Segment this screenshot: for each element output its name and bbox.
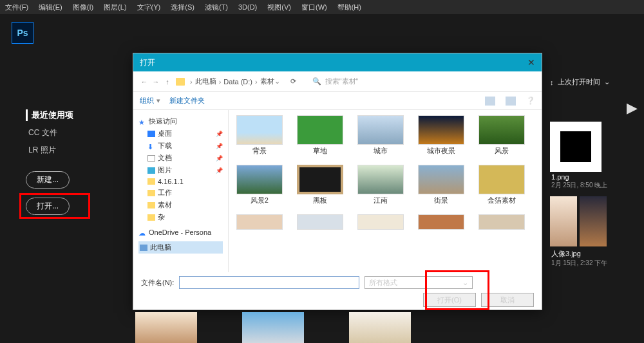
menu-image[interactable]: 图像(I) bbox=[73, 3, 93, 12]
menu-layer[interactable]: 图层(L) bbox=[104, 3, 126, 12]
recent-name: 1.png bbox=[551, 173, 640, 181]
file-item[interactable] bbox=[478, 214, 525, 230]
sidebar-lr-photos[interactable]: LR 照片 bbox=[28, 145, 100, 156]
file-item[interactable] bbox=[357, 214, 404, 230]
tree-onedrive[interactable]: ☁OneDrive - Persona bbox=[138, 228, 223, 236]
nav-back-icon[interactable]: ← bbox=[138, 78, 150, 86]
dialog-toolbar: 组织 ▾ 新建文件夹 ❔ bbox=[133, 92, 542, 110]
tree-downloads[interactable]: ⬇下载📌 bbox=[147, 141, 223, 151]
tree-folder[interactable]: 4.16.1.1 bbox=[147, 178, 223, 185]
ps-logo-icon: Ps bbox=[12, 22, 33, 44]
recent-thumb[interactable] bbox=[550, 196, 577, 246]
tree-documents[interactable]: 文档📌 bbox=[147, 153, 223, 163]
file-item[interactable]: 背景 bbox=[236, 115, 283, 156]
nav-forward-icon[interactable]: → bbox=[150, 78, 162, 86]
menu-select[interactable]: 选择(S) bbox=[171, 3, 194, 12]
close-icon[interactable]: ✕ bbox=[527, 57, 535, 68]
picture-icon bbox=[147, 167, 155, 174]
star-shape-icon bbox=[560, 131, 591, 162]
menu-edit[interactable]: 编辑(E) bbox=[39, 3, 62, 12]
recent-bottom-row bbox=[135, 312, 411, 343]
new-button[interactable]: 新建... bbox=[26, 171, 70, 189]
annotation-highlight-filetype bbox=[425, 270, 489, 310]
file-item[interactable]: 风景2 bbox=[236, 165, 283, 205]
toolbar-newfolder[interactable]: 新建文件夹 bbox=[169, 96, 205, 106]
menu-type[interactable]: 文字(Y) bbox=[137, 3, 161, 12]
sidebar-cc-files[interactable]: CC 文件 bbox=[28, 127, 100, 138]
tree-quickaccess[interactable]: ★快速访问 bbox=[138, 116, 223, 126]
folder-icon bbox=[147, 202, 155, 209]
breadcrumb-sep: › bbox=[190, 78, 193, 86]
file-item[interactable]: 黑板 bbox=[297, 165, 343, 205]
dialog-title: 打开 bbox=[140, 57, 155, 68]
recent-thumb[interactable] bbox=[550, 122, 601, 172]
view-mode-icon[interactable] bbox=[485, 97, 495, 106]
tree-thispc[interactable]: 此电脑 bbox=[138, 241, 223, 254]
recent-thumb[interactable] bbox=[242, 312, 304, 343]
tree-folder[interactable]: 素材 bbox=[147, 200, 223, 210]
cloud-icon: ☁ bbox=[138, 229, 146, 236]
search-placeholder: 搜索"素材" bbox=[325, 77, 359, 86]
annotation-highlight-open bbox=[19, 193, 90, 219]
folder-icon bbox=[176, 78, 185, 86]
tree-desktop[interactable]: 桌面📌 bbox=[147, 129, 223, 138]
folder-icon bbox=[147, 190, 155, 196]
menu-window[interactable]: 窗口(W) bbox=[301, 3, 327, 12]
help-icon[interactable]: ❔ bbox=[526, 97, 535, 106]
recent-date: 1月 15日, 2:32 下午 bbox=[551, 259, 640, 268]
menu-help[interactable]: 帮助(H) bbox=[337, 3, 361, 12]
pin-icon: 📌 bbox=[216, 131, 223, 137]
search-icon: 🔍 bbox=[312, 77, 321, 86]
download-icon: ⬇ bbox=[147, 143, 155, 149]
breadcrumb-dropdown-icon[interactable]: ⌄ bbox=[274, 77, 280, 86]
filename-label: 文件名(N): bbox=[141, 278, 174, 288]
star-icon: ★ bbox=[138, 118, 146, 125]
recent-thumb[interactable] bbox=[580, 196, 607, 246]
preview-pane-icon[interactable] bbox=[506, 97, 516, 106]
file-item[interactable]: 城市 bbox=[357, 115, 404, 156]
file-item[interactable]: 风景 bbox=[478, 115, 525, 156]
sort-icon: ↕ bbox=[550, 79, 554, 86]
document-icon bbox=[147, 155, 155, 162]
breadcrumb-drive[interactable]: Data (D:) bbox=[223, 78, 252, 86]
dialog-nav: ← → ↑ › 此电脑 › Data (D:) › 素材 ⌄ ⟳ 🔍 搜索"素材… bbox=[133, 71, 542, 92]
chevron-down-icon: ⌄ bbox=[604, 78, 610, 86]
file-item[interactable]: 草地 bbox=[297, 115, 343, 156]
folder-icon bbox=[147, 214, 155, 221]
menu-file[interactable]: 文件(F) bbox=[5, 3, 28, 12]
recent-name: 人像3.jpg bbox=[551, 249, 640, 259]
menu-filter[interactable]: 滤镜(T) bbox=[205, 3, 228, 12]
recent-thumb[interactable] bbox=[135, 312, 197, 343]
pc-icon bbox=[140, 245, 147, 251]
file-item[interactable]: 街景 bbox=[418, 165, 464, 205]
refresh-icon[interactable]: ⟳ bbox=[284, 77, 303, 86]
sort-dropdown[interactable]: ↕ 上次打开时间 ⌄ bbox=[547, 77, 644, 87]
recent-thumb[interactable] bbox=[349, 312, 411, 343]
breadcrumb-folder[interactable]: 素材 bbox=[260, 77, 274, 86]
nav-tree: ★快速访问 桌面📌 ⬇下载📌 文档📌 图片📌 4.16.1.1 工作 素材 杂 … bbox=[133, 110, 229, 272]
file-item[interactable] bbox=[236, 214, 283, 230]
recent-panel: ↕ 上次打开时间 ⌄ ▶ 1.png 2月 25日, 8:50 晚上 人像3.j… bbox=[547, 77, 644, 274]
file-item[interactable] bbox=[297, 214, 343, 230]
logo-area: Ps bbox=[0, 14, 644, 51]
file-item[interactable]: 江南 bbox=[357, 165, 404, 205]
search-input[interactable]: 🔍 搜索"素材" bbox=[312, 77, 536, 86]
file-item[interactable]: 金箔素材 bbox=[478, 165, 525, 205]
tree-pictures[interactable]: 图片📌 bbox=[147, 165, 223, 175]
menu-3d[interactable]: 3D(D) bbox=[238, 3, 257, 11]
desktop-icon bbox=[147, 131, 155, 137]
file-grid: 背景 草地 城市 城市夜景 风景 风景2 黑板 江南 街景 金箔素材 bbox=[229, 110, 542, 272]
filename-input[interactable] bbox=[179, 276, 359, 289]
sidebar-recent-heading: 最近使用项 bbox=[26, 109, 103, 121]
tree-folder[interactable]: 杂 bbox=[147, 212, 223, 222]
menubar: 文件(F) 编辑(E) 图像(I) 图层(L) 文字(Y) 选择(S) 滤镜(T… bbox=[0, 0, 644, 14]
file-item[interactable] bbox=[418, 214, 464, 230]
toolbar-organize[interactable]: 组织 bbox=[140, 96, 154, 106]
menu-view[interactable]: 视图(V) bbox=[267, 3, 291, 12]
file-item[interactable]: 城市夜景 bbox=[418, 115, 464, 156]
tree-folder[interactable]: 工作 bbox=[147, 188, 223, 198]
folder-icon bbox=[147, 178, 155, 185]
nav-up-icon[interactable]: ↑ bbox=[162, 78, 173, 86]
dialog-titlebar: 打开 ✕ bbox=[133, 53, 542, 71]
breadcrumb-pc[interactable]: 此电脑 bbox=[195, 77, 216, 86]
